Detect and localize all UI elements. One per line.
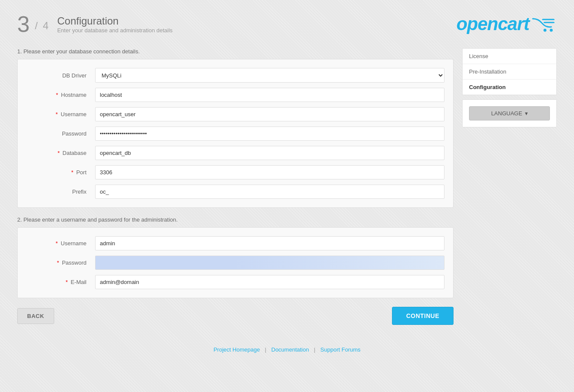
svg-point-1 <box>550 29 553 32</box>
port-required: * <box>71 169 73 176</box>
continue-button[interactable]: CONTINUE <box>392 307 454 325</box>
header: 3 / 4 Configuration Enter your database … <box>17 13 557 35</box>
svg-point-0 <box>543 29 546 32</box>
database-label: * Database <box>26 150 95 156</box>
db-driver-label: DB Driver <box>26 72 95 79</box>
admin-email-row: * E-Mail <box>26 275 444 289</box>
sidebar-item-preinstallation[interactable]: Pre-Installation <box>463 64 556 80</box>
buttons-row: BACK CONTINUE <box>17 307 454 325</box>
sidebar-nav: License Pre-Installation Configuration <box>462 48 557 95</box>
language-container: LANGUAGE ▾ <box>462 99 557 127</box>
db-driver-select[interactable]: MySQLi MySQL PostgreSQL <box>95 68 444 83</box>
logo-text: opencart <box>457 14 529 34</box>
db-password-label: Password <box>26 130 95 137</box>
step-number: 3 <box>17 13 30 35</box>
step-info: Configuration Enter your database and ad… <box>57 15 173 34</box>
main-layout: 1. Please enter your database connection… <box>17 48 557 338</box>
db-driver-row: DB Driver MySQLi MySQL PostgreSQL <box>26 68 444 83</box>
step-subtitle: Enter your database and administration d… <box>57 27 173 34</box>
footer-documentation[interactable]: Documentation <box>272 346 309 353</box>
footer-project-homepage[interactable]: Project Homepage <box>213 346 260 353</box>
db-username-row: * Username <box>26 107 444 121</box>
hostname-row: * Hostname <box>26 88 444 102</box>
port-input[interactable] <box>95 165 444 179</box>
sidebar-item-configuration[interactable]: Configuration <box>463 80 556 95</box>
footer-sep-1: | <box>265 346 266 353</box>
hostname-required: * <box>56 92 58 98</box>
language-button-label: LANGUAGE <box>491 110 522 117</box>
port-label: * Port <box>26 169 95 176</box>
page-wrapper: 3 / 4 Configuration Enter your database … <box>0 0 574 374</box>
section1-label: 1. Please enter your database connection… <box>17 48 454 55</box>
section2-label: 2. Please enter a username and password … <box>17 216 454 223</box>
step-divider: / <box>35 20 38 32</box>
admin-username-row: * Username <box>26 236 444 250</box>
prefix-row: Prefix <box>26 185 444 199</box>
chevron-down-icon: ▾ <box>525 110 528 117</box>
back-button[interactable]: BACK <box>17 308 54 324</box>
db-password-row: Password <box>26 127 444 141</box>
hostname-label: * Hostname <box>26 92 95 98</box>
language-button[interactable]: LANGUAGE ▾ <box>469 106 550 120</box>
db-password-input[interactable] <box>95 127 444 141</box>
logo-cart-icon <box>531 15 557 33</box>
prefix-input[interactable] <box>95 185 444 199</box>
logo: opencart <box>457 14 557 34</box>
admin-password-row: * Password <box>26 256 444 270</box>
footer-sep-2: | <box>314 346 315 353</box>
admin-password-input[interactable] <box>95 256 444 270</box>
sidebar-item-license[interactable]: License <box>463 49 556 64</box>
db-username-input[interactable] <box>95 107 444 121</box>
hostname-input[interactable] <box>95 88 444 102</box>
admin-username-label: * Username <box>26 240 95 247</box>
db-username-label: * Username <box>26 111 95 117</box>
prefix-label: Prefix <box>26 188 95 195</box>
step-title: Configuration <box>57 15 173 27</box>
database-row: * Database <box>26 146 444 160</box>
admin-panel: * Username * Password * <box>17 227 454 298</box>
admin-password-label: * Password <box>26 259 95 266</box>
sidebar: License Pre-Installation Configuration L… <box>462 48 557 127</box>
db-connection-panel: DB Driver MySQLi MySQL PostgreSQL * Host… <box>17 59 454 208</box>
footer: Project Homepage | Documentation | Suppo… <box>17 338 557 357</box>
footer-support-forums[interactable]: Support Forums <box>321 346 361 353</box>
admin-username-input[interactable] <box>95 236 444 250</box>
step-total: 4 <box>43 20 49 32</box>
header-left: 3 / 4 Configuration Enter your database … <box>17 13 173 35</box>
db-username-required: * <box>56 111 58 117</box>
admin-password-required: * <box>57 259 59 266</box>
admin-email-required: * <box>65 279 68 285</box>
admin-username-required: * <box>56 240 58 247</box>
admin-email-input[interactable] <box>95 275 444 289</box>
port-row: * Port <box>26 165 444 179</box>
database-required: * <box>58 150 60 156</box>
database-input[interactable] <box>95 146 444 160</box>
content-area: 1. Please enter your database connection… <box>17 48 454 338</box>
admin-email-label: * E-Mail <box>26 279 95 285</box>
